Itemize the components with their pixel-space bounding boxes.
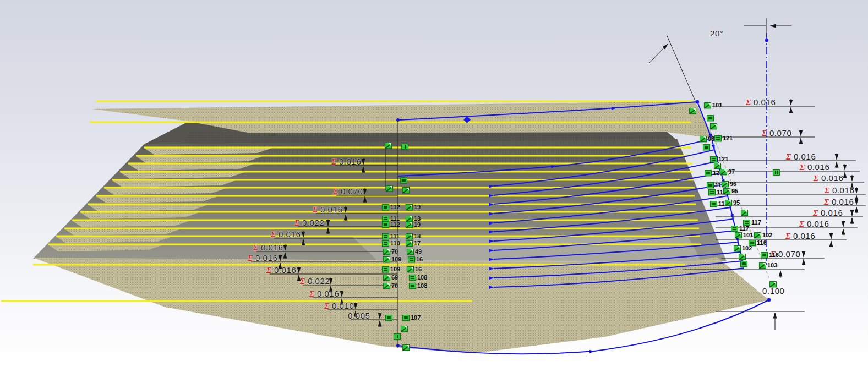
sketch-relation-icon[interactable]: 110: [382, 240, 389, 247]
sketch-relation-icon[interactable]: 101: [735, 232, 742, 238]
relation-glyph-icon: [739, 254, 745, 259]
sketch-relation-icon[interactable]: 111: [382, 216, 389, 222]
sketch-relation-icon[interactable]: [740, 261, 747, 267]
sketch-relation-icon[interactable]: 18: [406, 216, 413, 222]
dimension-label[interactable]: 20°: [710, 29, 723, 38]
sketch-relation-icon[interactable]: 70: [383, 283, 390, 289]
relation-glyph-icon: [720, 169, 727, 174]
sketch-relation-icon[interactable]: [769, 281, 777, 287]
sketch-relation-icon[interactable]: 112: [382, 222, 389, 228]
sketch-relation-icon[interactable]: [385, 143, 392, 149]
dimension-label[interactable]: Σ0.016: [785, 231, 815, 241]
sketch-relation-icon[interactable]: 117: [731, 226, 738, 232]
sketch-relation-icon[interactable]: 98: [700, 136, 707, 142]
sketch-relation-icon[interactable]: 49: [407, 249, 414, 255]
sketch-relation-icon[interactable]: 112: [382, 204, 389, 210]
sketch-relation-icon[interactable]: [401, 144, 408, 150]
relation-id-label: 16: [416, 256, 423, 262]
sketch-relation-icon[interactable]: 108: [409, 283, 416, 289]
dimension-label[interactable]: Σ0.016: [814, 173, 843, 183]
sigma-prefix: Σ: [333, 187, 339, 196]
part-bottom-slab-face[interactable]: [33, 257, 769, 353]
dimension-label[interactable]: Σ0.016: [813, 208, 843, 218]
sketch-relation-icon[interactable]: 70: [383, 249, 390, 255]
relation-id-label: 112: [390, 221, 400, 228]
sketch-relation-icon[interactable]: [714, 163, 721, 169]
dimension-label[interactable]: Σ0.070: [333, 187, 363, 196]
relation-id-label: 19: [414, 221, 421, 228]
relation-glyph-icon: [401, 326, 407, 331]
sketch-relation-icon[interactable]: 16: [407, 266, 414, 272]
sketch-relation-icon[interactable]: 95: [725, 200, 732, 206]
sketch-relation-icon[interactable]: 97: [720, 169, 727, 175]
sketch-relation-icon[interactable]: 118: [710, 201, 717, 207]
relation-glyph-icon: [406, 234, 412, 239]
sketch-relation-icon[interactable]: [707, 115, 714, 121]
dimension-label[interactable]: 0.100: [762, 286, 785, 296]
dimension-label[interactable]: Σ0.016: [786, 152, 816, 162]
sketch-relation-icon[interactable]: [402, 344, 410, 351]
dimension-label[interactable]: Σ0.016: [253, 243, 283, 253]
sketch-relation-icon[interactable]: 103: [759, 262, 766, 269]
sigma-prefix: Σ: [799, 220, 805, 228]
dimension-label[interactable]: Σ0.016: [309, 289, 339, 299]
dimension-label[interactable]: 0.005: [348, 311, 370, 320]
sketch-relation-icon[interactable]: [741, 210, 748, 216]
dimension-label[interactable]: Σ0.010: [324, 301, 354, 311]
dimension-label[interactable]: Σ0.016: [331, 157, 361, 167]
sketch-relation-icon[interactable]: 108: [409, 275, 416, 281]
dimension-label[interactable]: Σ0.016: [746, 97, 776, 107]
sketch-relation-icon[interactable]: 109: [383, 256, 390, 262]
dimension-label[interactable]: Σ0.016: [313, 205, 342, 215]
sketch-relation-icon[interactable]: 19: [406, 204, 413, 210]
sketch-relation-icon[interactable]: 102: [754, 232, 761, 238]
dimension-label[interactable]: Σ0.016: [266, 265, 296, 275]
sketch-relation-icon[interactable]: [739, 254, 746, 260]
sketch-relation-icon[interactable]: [394, 333, 401, 340]
sketch-relation-icon[interactable]: 120: [705, 170, 712, 176]
sketch-relation-icon[interactable]: [400, 177, 407, 183]
sketch-relation-icon[interactable]: 121: [714, 135, 722, 141]
relation-id-label: 107: [411, 314, 421, 321]
sketch-relation-icon[interactable]: 109: [382, 266, 389, 272]
sketch-relation-icon[interactable]: 95: [723, 188, 730, 194]
sketch-relation-icon[interactable]: [402, 187, 410, 193]
sketch-relation-icon[interactable]: [386, 185, 393, 192]
dimension-label[interactable]: Σ0.016: [824, 197, 854, 207]
sketch-relation-icon[interactable]: 119: [707, 182, 714, 188]
sketch-relation-icon[interactable]: [689, 108, 696, 114]
sketch-relation-icon[interactable]: 101: [704, 102, 711, 108]
sketch-relation-icon[interactable]: [401, 326, 408, 332]
relation-id-label: 19: [414, 204, 421, 210]
sketch-relation-icon[interactable]: [710, 123, 717, 129]
cad-viewport[interactable]: Σ0.016 Σ0.070 Σ0.016 Σ0.022 Σ0.016 Σ0.01…: [0, 0, 868, 372]
dimension-label[interactable]: Σ0.016: [825, 185, 854, 195]
sketch-relation-icon[interactable]: 102: [734, 245, 741, 251]
dimension-label[interactable]: Σ0.016: [271, 229, 301, 239]
sketch-relation-icon[interactable]: [385, 315, 392, 321]
sketch-relation-icon[interactable]: 111: [382, 233, 389, 239]
sketch-relation-icon[interactable]: 17: [406, 240, 413, 247]
sketch-relation-icon[interactable]: 69: [383, 275, 390, 281]
sketch-relation-icon[interactable]: 16: [408, 256, 415, 262]
sketch-relation-icon[interactable]: 18: [406, 233, 413, 239]
sketch-relation-icon[interactable]: 116: [761, 252, 768, 258]
dimension-label[interactable]: Σ0.022: [294, 218, 324, 228]
sketch-relation-icon[interactable]: 121: [710, 156, 717, 162]
sketch-relation-icon[interactable]: [773, 169, 780, 176]
sketch-relation-icon[interactable]: 118: [708, 189, 716, 195]
dimension-label[interactable]: Σ0.016: [799, 219, 829, 229]
sigma-prefix: Σ: [253, 243, 259, 252]
sketch-relation-icon[interactable]: [703, 144, 710, 150]
dimension-label[interactable]: Σ0.070: [762, 128, 791, 138]
sketch-relation-icon[interactable]: 19: [406, 222, 413, 228]
dimension-label[interactable]: Σ0.016: [248, 253, 277, 263]
dimension-label[interactable]: Σ0.022: [300, 276, 330, 286]
sketch-relation-icon[interactable]: 96: [722, 181, 729, 187]
relation-glyph-icon: [705, 103, 711, 108]
sketch-relation-icon[interactable]: 107: [402, 315, 410, 321]
relation-id-label: 102: [762, 232, 772, 238]
relation-glyph-icon: [384, 275, 390, 280]
sigma-prefix: Σ: [814, 174, 819, 183]
dimension-label[interactable]: Σ0.016: [800, 162, 829, 172]
